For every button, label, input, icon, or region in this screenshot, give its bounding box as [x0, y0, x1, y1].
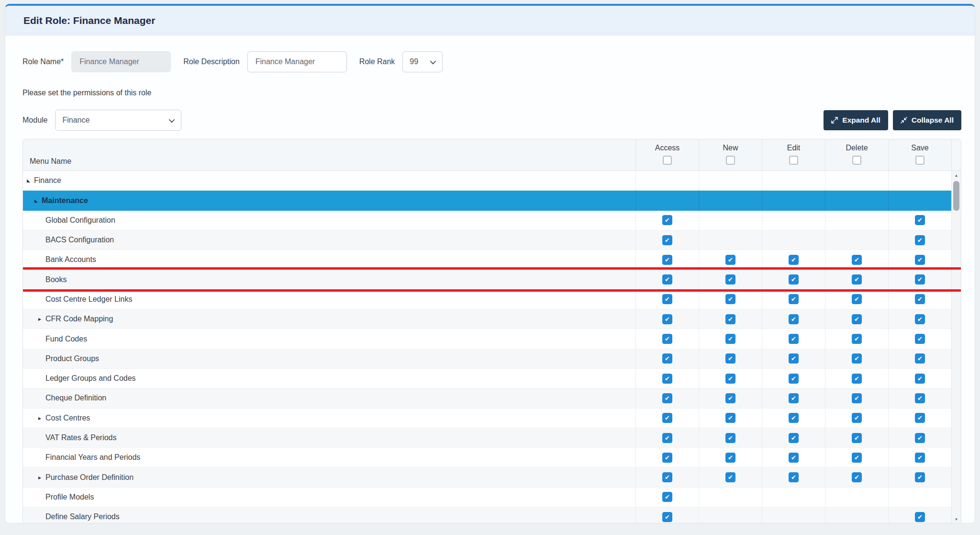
permission-cell-save[interactable]: ✔: [888, 250, 951, 269]
permission-cell-save[interactable]: ✔: [888, 507, 951, 524]
permission-checkbox[interactable]: ✔: [662, 472, 672, 482]
menu-row[interactable]: Global Configuration✔✔: [23, 211, 951, 230]
permission-cell-access[interactable]: ✔: [635, 230, 699, 250]
menu-row[interactable]: Fund Codes✔✔✔✔✔: [23, 329, 951, 349]
permission-checkbox[interactable]: ✔: [852, 374, 862, 384]
permission-cell-delete[interactable]: ✔: [825, 290, 888, 309]
permission-checkbox[interactable]: ✔: [725, 413, 735, 423]
permission-checkbox[interactable]: ✔: [915, 353, 925, 364]
permission-checkbox[interactable]: ✔: [852, 393, 862, 403]
permission-checkbox[interactable]: ✔: [662, 235, 672, 245]
permission-cell-save[interactable]: ✔: [888, 369, 951, 388]
permission-cell-new[interactable]: ✔: [699, 467, 762, 487]
permission-checkbox[interactable]: ✔: [789, 334, 799, 344]
permission-checkbox[interactable]: ✔: [915, 314, 925, 324]
permission-cell-access[interactable]: ✔: [635, 329, 699, 348]
permission-checkbox[interactable]: ✔: [662, 255, 672, 265]
permission-cell-edit[interactable]: ✔: [762, 250, 825, 269]
permission-checkbox[interactable]: ✔: [852, 314, 862, 324]
permission-checkbox[interactable]: ✔: [852, 353, 862, 364]
permission-cell-access[interactable]: ✔: [635, 309, 699, 329]
menu-row[interactable]: ▸Cost Centres✔✔✔✔✔: [23, 409, 951, 428]
permission-cell-delete[interactable]: ✔: [825, 250, 888, 269]
tree-expanded-icon[interactable]: ◣: [34, 198, 42, 203]
permission-cell-access[interactable]: ✔: [635, 250, 699, 269]
permission-checkbox[interactable]: ✔: [662, 453, 672, 463]
permission-cell-save[interactable]: ✔: [888, 448, 951, 467]
permission-cell-delete[interactable]: ✔: [825, 467, 888, 487]
permission-cell-new[interactable]: ✔: [699, 290, 762, 309]
permission-cell-delete[interactable]: ✔: [825, 448, 888, 467]
menu-row[interactable]: BACS Configuration✔✔: [23, 230, 951, 250]
permission-checkbox[interactable]: ✔: [662, 334, 672, 344]
tree-collapsed-icon[interactable]: ▸: [38, 474, 45, 481]
menu-row[interactable]: Product Groups✔✔✔✔✔: [23, 349, 951, 369]
permission-checkbox[interactable]: ✔: [789, 374, 799, 384]
permission-checkbox[interactable]: ✔: [725, 255, 735, 265]
permission-checkbox[interactable]: ✔: [662, 433, 672, 443]
permission-cell-save[interactable]: ✔: [888, 309, 951, 329]
permission-checkbox[interactable]: ✔: [662, 353, 672, 364]
permission-cell-edit[interactable]: ✔: [762, 270, 825, 289]
permission-cell-access[interactable]: ✔: [635, 290, 699, 309]
permission-cell-delete[interactable]: ✔: [825, 388, 888, 408]
scrollbar-thumb[interactable]: [953, 181, 959, 211]
permission-checkbox[interactable]: ✔: [915, 413, 925, 423]
select-all-access-checkbox[interactable]: [663, 156, 672, 165]
menu-row[interactable]: Profile Models✔: [23, 488, 951, 507]
vertical-scrollbar[interactable]: ▲ ▼: [951, 171, 961, 524]
permission-checkbox[interactable]: ✔: [789, 255, 799, 265]
permission-cell-access[interactable]: ✔: [635, 349, 699, 368]
permission-checkbox[interactable]: ✔: [915, 433, 925, 443]
permission-checkbox[interactable]: ✔: [915, 393, 925, 403]
permission-cell-edit[interactable]: ✔: [762, 388, 825, 408]
permission-cell-access[interactable]: ✔: [635, 369, 699, 388]
permission-cell-access[interactable]: ✔: [635, 211, 699, 230]
permission-cell-new[interactable]: ✔: [699, 250, 762, 269]
permission-cell-new[interactable]: ✔: [699, 329, 762, 348]
role-description-input[interactable]: [247, 51, 347, 72]
permission-checkbox[interactable]: ✔: [852, 334, 862, 344]
scroll-up-button[interactable]: ▲: [952, 171, 961, 180]
permission-cell-save[interactable]: ✔: [888, 467, 951, 487]
permission-checkbox[interactable]: ✔: [789, 453, 799, 463]
menu-row[interactable]: ▸Purchase Order Definition✔✔✔✔✔: [23, 467, 951, 487]
permission-checkbox[interactable]: ✔: [915, 512, 925, 522]
permission-cell-new[interactable]: ✔: [699, 349, 762, 368]
permission-cell-save[interactable]: ✔: [888, 409, 951, 428]
menu-row[interactable]: Define Salary Periods✔✔: [23, 507, 951, 524]
select-all-save-checkbox[interactable]: [915, 156, 924, 165]
permission-checkbox[interactable]: ✔: [725, 274, 735, 285]
select-all-edit-checkbox[interactable]: [789, 156, 798, 165]
permission-cell-new[interactable]: ✔: [699, 388, 762, 408]
menu-row[interactable]: Books✔✔✔✔✔: [23, 270, 951, 289]
permission-cell-edit[interactable]: ✔: [762, 448, 825, 467]
permission-cell-new[interactable]: ✔: [699, 428, 762, 447]
menu-row[interactable]: Ledger Groups and Codes✔✔✔✔✔: [23, 369, 951, 388]
permission-checkbox[interactable]: ✔: [662, 512, 672, 522]
permission-cell-access[interactable]: ✔: [635, 467, 699, 487]
permission-checkbox[interactable]: ✔: [915, 215, 925, 225]
menu-row[interactable]: Bank Accounts✔✔✔✔✔: [23, 250, 951, 270]
permission-checkbox[interactable]: ✔: [662, 413, 672, 423]
menu-row[interactable]: ◣Finance: [23, 171, 951, 191]
permission-checkbox[interactable]: ✔: [725, 433, 735, 443]
permission-checkbox[interactable]: ✔: [915, 294, 925, 304]
permission-checkbox[interactable]: ✔: [789, 294, 799, 304]
tree-collapsed-icon[interactable]: ▸: [38, 316, 45, 322]
permission-cell-edit[interactable]: ✔: [762, 290, 825, 309]
permission-checkbox[interactable]: ✔: [725, 294, 735, 304]
permission-cell-edit[interactable]: ✔: [762, 467, 825, 487]
permission-cell-new[interactable]: ✔: [699, 309, 762, 329]
permission-checkbox[interactable]: ✔: [789, 413, 799, 423]
permission-checkbox[interactable]: ✔: [789, 274, 799, 285]
permission-checkbox[interactable]: ✔: [725, 353, 735, 364]
permission-cell-delete[interactable]: ✔: [825, 329, 888, 348]
role-rank-select[interactable]: 99: [402, 51, 443, 72]
permission-checkbox[interactable]: ✔: [662, 215, 672, 225]
permission-checkbox[interactable]: ✔: [725, 334, 735, 344]
role-name-input[interactable]: [71, 51, 171, 72]
permission-checkbox[interactable]: ✔: [915, 235, 925, 245]
expand-all-button[interactable]: Expand All: [824, 110, 888, 130]
permission-cell-access[interactable]: ✔: [635, 388, 699, 408]
